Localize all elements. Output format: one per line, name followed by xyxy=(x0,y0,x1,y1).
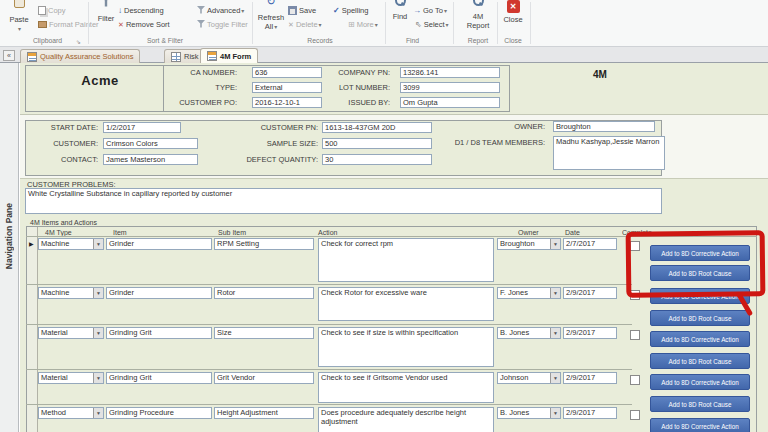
add-to-8d-root-cause-button[interactable]: Add to 8D Root Cause xyxy=(650,396,750,412)
4m-type-combo[interactable]: Material xyxy=(38,327,104,339)
date-field[interactable]: 2/7/2017 xyxy=(563,238,617,250)
4m-type-combo[interactable]: Machine xyxy=(38,238,104,250)
date-field[interactable]: 2/9/2017 xyxy=(563,287,617,299)
start-date-field[interactable]: 1/2/2017 xyxy=(103,122,181,133)
save-button[interactable]: Save xyxy=(288,4,316,16)
sub-item-field[interactable]: RPM Setting xyxy=(214,238,314,250)
form-icon xyxy=(207,51,217,61)
combo-dropdown-icon[interactable] xyxy=(93,328,103,338)
advanced-button[interactable]: Advanced xyxy=(197,4,244,16)
select-button[interactable]: Select xyxy=(415,18,449,30)
combo-dropdown-icon[interactable] xyxy=(93,288,103,298)
navigation-pane-collapsed[interactable]: Navigation Pane xyxy=(0,63,19,432)
nav-shutter-icon[interactable] xyxy=(3,50,15,61)
item-field[interactable]: Grinding Procedure xyxy=(106,407,212,419)
owner-combo[interactable]: Broughton xyxy=(497,238,561,250)
lot-number-field[interactable]: 3099 xyxy=(400,82,500,93)
close-button[interactable]: Close xyxy=(500,0,526,24)
date-field[interactable]: 2/9/2017 xyxy=(563,327,617,339)
add-to-8d-corrective-action-button[interactable]: Add to 8D Corrective Action xyxy=(650,374,750,390)
go-to-button[interactable]: Go To xyxy=(413,4,447,16)
descending-button[interactable]: Descending xyxy=(118,4,164,16)
sub-item-field[interactable]: Grit Vendor xyxy=(214,372,314,384)
filter-button[interactable]: Filter xyxy=(93,0,119,23)
item-field[interactable]: Grinder xyxy=(106,287,212,299)
add-to-8d-corrective-action-button[interactable]: Add to 8D Corrective Action xyxy=(650,418,750,432)
item-field[interactable]: Grinding Grit xyxy=(106,327,212,339)
select-icon xyxy=(415,20,422,29)
complete-checkbox[interactable] xyxy=(630,375,640,385)
combo-dropdown-icon[interactable] xyxy=(550,239,560,249)
combo-dropdown-icon[interactable] xyxy=(550,373,560,383)
team-members-field[interactable]: Madhu Kashyap,Jessie Marron xyxy=(553,136,665,170)
action-field[interactable]: Check Rotor for excessive ware xyxy=(318,287,494,321)
paste-dropdown-icon[interactable] xyxy=(5,24,33,34)
add-to-8d-root-cause-button[interactable]: Add to 8D Root Cause xyxy=(650,310,750,326)
descending-label: Descending xyxy=(124,6,164,15)
clipboard-dialog-launcher-icon[interactable] xyxy=(76,38,84,46)
4m-type-combo[interactable]: Material xyxy=(38,372,104,384)
combo-dropdown-icon[interactable] xyxy=(550,288,560,298)
customer-field[interactable]: Crimson Colors xyxy=(103,138,198,149)
contact-field[interactable]: James Masterson xyxy=(103,154,198,165)
refresh-all-button[interactable]: Refresh All xyxy=(255,0,287,32)
item-field[interactable]: Grinder xyxy=(106,238,212,250)
delete-button[interactable]: Delete xyxy=(288,18,322,30)
remove-sort-button[interactable]: Remove Sort xyxy=(118,18,170,30)
go-to-icon xyxy=(413,6,421,15)
4m-report-button[interactable]: 4M Report xyxy=(462,0,494,30)
filter-label: Filter xyxy=(93,14,119,23)
paste-button[interactable]: Paste xyxy=(5,0,33,34)
action-field[interactable]: Check for correct rpm xyxy=(318,238,494,282)
owner-combo[interactable]: Johnson xyxy=(497,372,561,384)
complete-checkbox[interactable] xyxy=(630,410,640,420)
combo-dropdown-icon[interactable] xyxy=(550,408,560,418)
4m-type-combo[interactable]: Machine xyxy=(38,287,104,299)
format-painter-icon xyxy=(38,21,47,28)
more-button[interactable]: More xyxy=(348,18,378,30)
owner-combo[interactable]: B. Jones xyxy=(497,327,561,339)
owner-combo[interactable]: B. Jones xyxy=(497,407,561,419)
sample-size-field[interactable]: 500 xyxy=(322,138,432,149)
sub-item-field[interactable]: Rotor xyxy=(214,287,314,299)
add-to-8d-corrective-action-button[interactable]: Add to 8D Corrective Action xyxy=(650,331,750,347)
spelling-icon xyxy=(333,6,340,15)
spelling-button[interactable]: Spelling xyxy=(333,4,368,16)
format-painter-button[interactable]: Format Painter xyxy=(38,18,99,30)
tab-4m-form[interactable]: 4M Form xyxy=(200,48,258,63)
toggle-filter-button[interactable]: Toggle Filter xyxy=(197,18,248,30)
owner-field[interactable]: Broughton xyxy=(553,121,655,132)
4m-type-combo[interactable]: Method xyxy=(38,407,104,419)
copy-button[interactable]: Copy xyxy=(38,4,66,16)
defect-quantity-field[interactable]: 30 xyxy=(322,154,432,165)
paste-icon xyxy=(14,0,25,8)
date-field[interactable]: 2/9/2017 xyxy=(563,372,617,384)
combo-dropdown-icon[interactable] xyxy=(93,408,103,418)
issued-by-field[interactable]: Om Gupta xyxy=(400,97,500,108)
sub-item-field[interactable]: Height Adjustment xyxy=(214,407,314,419)
customer-pn-field[interactable]: 1613-18-437GM 20D xyxy=(322,122,432,133)
customer-problems-field[interactable]: White Crystalline Substance in capillary… xyxy=(25,188,662,214)
company-pn-field[interactable]: 13286.141 xyxy=(400,67,500,78)
action-field[interactable]: Check to see if Gritsome Vendor used xyxy=(318,372,494,403)
issued-by-label: ISSUED BY: xyxy=(305,98,390,107)
tab-quality-assurance-solutions[interactable]: Quality Assurance Solutions xyxy=(20,49,140,63)
paste-label: Paste xyxy=(5,15,33,24)
4m-type-value: Machine xyxy=(39,239,93,249)
complete-checkbox[interactable] xyxy=(630,330,640,340)
navigation-pane-label: Navigation Pane xyxy=(4,203,14,269)
add-to-8d-root-cause-button[interactable]: Add to 8D Root Cause xyxy=(650,353,750,369)
action-field[interactable]: Does procedure adequately describe heigh… xyxy=(318,407,494,432)
sub-item-field[interactable]: Size xyxy=(214,327,314,339)
action-field[interactable]: Check to see if size is within specifica… xyxy=(318,327,494,367)
row-separator xyxy=(26,324,632,325)
find-button[interactable]: Find xyxy=(388,0,412,21)
record-selector-column[interactable] xyxy=(27,227,38,432)
combo-dropdown-icon[interactable] xyxy=(93,239,103,249)
date-field[interactable]: 2/9/2017 xyxy=(563,407,617,419)
report-label-line1: 4M xyxy=(462,12,494,21)
item-field[interactable]: Grinding Grit xyxy=(106,372,212,384)
combo-dropdown-icon[interactable] xyxy=(550,328,560,338)
combo-dropdown-icon[interactable] xyxy=(93,373,103,383)
owner-combo[interactable]: F. Jones xyxy=(497,287,561,299)
